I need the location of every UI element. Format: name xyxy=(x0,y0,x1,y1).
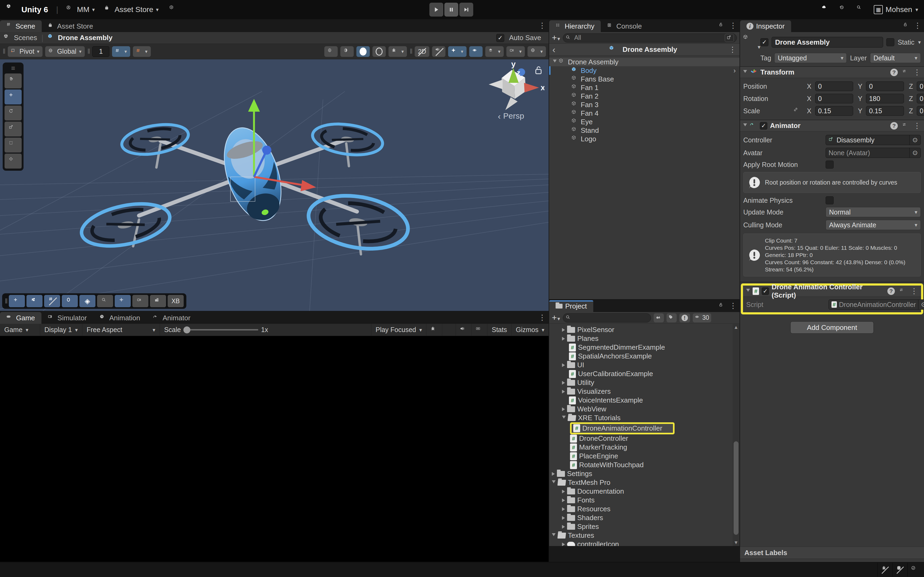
object-picker-icon[interactable]: ⊙ xyxy=(918,300,924,309)
popout-icon[interactable] xyxy=(725,34,734,42)
audio-mute-button[interactable] xyxy=(456,324,472,336)
back-chevron[interactable]: ‹ xyxy=(552,44,555,55)
project-folder[interactable]: Settings xyxy=(549,469,740,478)
preset-icon[interactable] xyxy=(902,122,909,129)
gameobject-icon[interactable]: ▾ xyxy=(743,35,757,50)
tab-simulator[interactable]: Simulator xyxy=(42,312,93,324)
kebab-menu-icon[interactable]: ⋮ xyxy=(913,122,921,130)
project-search-input[interactable] xyxy=(574,314,654,322)
expand-triangle[interactable] xyxy=(562,525,565,529)
tab-inspector[interactable]: i Inspector xyxy=(740,20,791,32)
collapse-triangle[interactable] xyxy=(562,416,566,421)
xb-overlay-button[interactable]: XB xyxy=(168,295,184,307)
asset-labels-section[interactable]: Asset Labels xyxy=(740,546,924,559)
user-account-menu[interactable]: ▦ Mohsen ▾ xyxy=(874,5,918,14)
layer-dropdown[interactable]: Default▾ xyxy=(870,53,921,63)
tab-animator[interactable]: Animator xyxy=(147,312,197,324)
shading-mode-button[interactable] xyxy=(340,46,354,57)
rotation-y-field[interactable] xyxy=(866,94,904,103)
project-script[interactable]: UserCalibrationExample xyxy=(549,369,740,378)
kebab-menu-icon[interactable]: ⋮ xyxy=(729,46,736,53)
expand-triangle[interactable] xyxy=(562,516,565,520)
project-script[interactable]: SegmentedDimmerExample xyxy=(549,343,740,352)
create-add-button[interactable]: +▾ xyxy=(552,33,560,43)
display-dropdown[interactable]: Display 1▾ xyxy=(40,324,82,336)
wireframe-view-button[interactable] xyxy=(372,46,386,57)
vsync-button[interactable] xyxy=(472,324,488,336)
object-picker-icon[interactable]: ⊙ xyxy=(909,148,921,158)
scroll-up-arrow[interactable]: ▲ xyxy=(733,324,740,331)
play-button[interactable] xyxy=(430,3,443,16)
project-folder-open[interactable]: Textures xyxy=(549,531,740,540)
project-folder[interactable]: Visualizers xyxy=(549,387,740,396)
shaded-wireframe-button[interactable] xyxy=(324,46,338,57)
scale-y-field[interactable] xyxy=(866,106,904,116)
layers-dropdown[interactable]: ▾ xyxy=(485,46,504,57)
collapse-triangle[interactable] xyxy=(743,123,747,128)
add-component-button[interactable]: Add Component xyxy=(790,321,874,334)
transform-tool-button[interactable] xyxy=(5,153,22,169)
tab-project[interactable]: Project xyxy=(549,300,593,312)
project-folder[interactable]: Resources xyxy=(549,504,740,513)
pivot-dropdown[interactable]: Pivot▾ xyxy=(8,46,43,57)
search-by-type-button[interactable] xyxy=(654,313,664,322)
project-folder[interactable]: Fonts xyxy=(549,496,740,504)
prefab-overlay-button[interactable]: ◈ xyxy=(79,295,95,307)
expand-triangle[interactable] xyxy=(562,390,565,393)
breadcrumb-current[interactable]: Drone Assembly xyxy=(58,34,113,42)
project-folder[interactable]: UI xyxy=(549,361,740,369)
scene-viewport[interactable]: ≡ ‖ ◈ XB xyxy=(0,59,549,311)
snap-increment-button[interactable]: ▾ xyxy=(133,46,151,57)
expand-triangle[interactable] xyxy=(562,328,565,332)
rotation-z-field[interactable] xyxy=(917,94,924,103)
tab-scene[interactable]: Scene xyxy=(0,20,42,32)
kebab-menu-icon[interactable]: ⋮ xyxy=(729,22,737,29)
kebab-menu-icon[interactable]: ⋮ xyxy=(913,69,921,76)
scale-slider[interactable] xyxy=(183,329,258,330)
plastic-scm-icon[interactable] xyxy=(169,5,178,14)
project-folder[interactable]: Planes xyxy=(549,334,740,343)
project-search[interactable] xyxy=(563,313,651,322)
drag-handle[interactable]: ≡ xyxy=(11,64,15,73)
kebab-menu-icon[interactable]: ⋮ xyxy=(914,22,921,29)
project-script[interactable]: PlaceEngine xyxy=(549,452,740,461)
hierarchy-item[interactable]: Fan 4 xyxy=(549,109,740,118)
account-menu[interactable]: MM ▾ xyxy=(66,5,95,14)
expand-triangle[interactable] xyxy=(562,363,565,367)
culling-mode-dropdown[interactable]: Always Animate▾ xyxy=(825,220,921,230)
drag-handle[interactable]: ‖ xyxy=(87,47,90,56)
lock-icon[interactable] xyxy=(903,23,909,29)
project-script-highlighted[interactable]: DroneAnimationController xyxy=(549,422,740,434)
code-coverage-ok-icon[interactable] xyxy=(908,563,922,577)
scale-control[interactable]: Scale 1x xyxy=(160,324,372,336)
project-folder[interactable]: Utility xyxy=(549,378,740,387)
avatar-object-field[interactable]: None (Avatar) ⊙ xyxy=(825,148,921,158)
scale-slider-thumb[interactable] xyxy=(183,326,191,334)
position-x-field[interactable] xyxy=(815,82,853,91)
position-z-field[interactable] xyxy=(917,82,924,91)
capsule-overlay-button[interactable] xyxy=(62,295,78,307)
mute-debug-button[interactable] xyxy=(426,324,442,336)
grid-snap-overlay-button[interactable] xyxy=(44,295,60,307)
hierarchy-item[interactable]: Eye xyxy=(549,118,740,126)
lock-icon[interactable] xyxy=(719,303,725,309)
controller-object-field[interactable]: Disassembly ⊙ xyxy=(825,135,921,145)
expand-triangle[interactable] xyxy=(552,472,555,476)
expand-triangle[interactable] xyxy=(562,490,565,493)
buildings-overlay-button[interactable] xyxy=(150,295,166,307)
expand-triangle[interactable] xyxy=(553,60,557,64)
scale-z-field[interactable] xyxy=(917,106,924,116)
effects-dropdown[interactable]: ▾ xyxy=(448,46,467,57)
project-folder[interactable]: Shaders xyxy=(549,513,740,522)
cache-server-disabled-icon[interactable] xyxy=(892,563,908,577)
grid-size-field[interactable] xyxy=(92,46,109,57)
static-checkbox[interactable]: ✓ xyxy=(886,38,894,46)
update-mode-dropdown[interactable]: Normal▾ xyxy=(825,207,921,217)
pause-button[interactable] xyxy=(444,3,458,16)
shaded-view-button[interactable] xyxy=(356,46,370,57)
expand-triangle[interactable] xyxy=(562,498,565,502)
game-viewport[interactable] xyxy=(0,336,549,562)
active-checkbox[interactable]: ✓ xyxy=(760,38,768,46)
rect-tool-button[interactable] xyxy=(5,137,22,153)
gameobject-name-field[interactable] xyxy=(772,37,883,48)
